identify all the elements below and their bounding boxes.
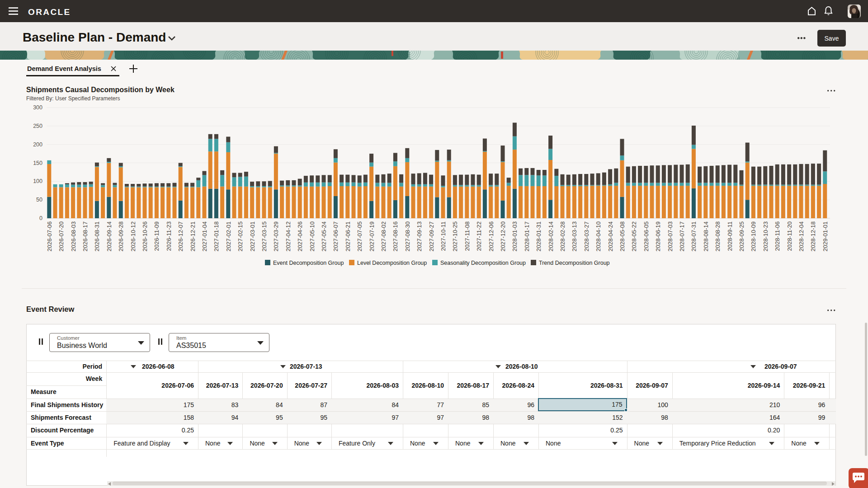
svg-text:2028-04-24: 2028-04-24 bbox=[607, 221, 614, 252]
svg-text:2028-03-27: 2028-03-27 bbox=[583, 221, 590, 252]
svg-text:2026-09-28: 2026-09-28 bbox=[118, 221, 124, 252]
svg-text:2027-05-10: 2027-05-10 bbox=[309, 221, 316, 252]
svg-text:2027-04-26: 2027-04-26 bbox=[297, 221, 303, 252]
svg-text:2027-06-07: 2027-06-07 bbox=[332, 221, 339, 252]
svg-text:2027-10-25: 2027-10-25 bbox=[452, 221, 458, 252]
svg-text:2026-12-07: 2026-12-07 bbox=[177, 221, 184, 252]
svg-text:200: 200 bbox=[33, 141, 42, 148]
svg-text:300: 300 bbox=[33, 104, 42, 111]
svg-text:0: 0 bbox=[39, 215, 42, 221]
svg-text:2027-09-13: 2027-09-13 bbox=[416, 221, 423, 252]
svg-text:2028-03-13: 2028-03-13 bbox=[571, 221, 578, 252]
svg-text:2028-12-04: 2028-12-04 bbox=[798, 221, 805, 252]
svg-text:2028-02-28: 2028-02-28 bbox=[559, 221, 566, 252]
svg-text:2027-11-08: 2027-11-08 bbox=[464, 221, 471, 251]
svg-text:2028-01-31: 2028-01-31 bbox=[535, 221, 542, 252]
svg-text:2027-04-12: 2027-04-12 bbox=[285, 221, 292, 252]
svg-text:Event Decomposition Group: Event Decomposition Group bbox=[273, 260, 344, 266]
svg-text:Level Decomposition Group: Level Decomposition Group bbox=[357, 260, 427, 266]
svg-text:2026-09-14: 2026-09-14 bbox=[106, 221, 113, 252]
svg-text:50: 50 bbox=[36, 197, 42, 203]
svg-text:2028-02-14: 2028-02-14 bbox=[547, 221, 554, 252]
svg-text:2027-12-20: 2027-12-20 bbox=[500, 221, 506, 252]
svg-text:2026-07-06: 2026-07-06 bbox=[46, 221, 53, 252]
svg-text:2028-09-11: 2028-09-11 bbox=[726, 221, 733, 251]
svg-text:2028-11-06: 2028-11-06 bbox=[774, 221, 781, 251]
svg-text:2026-10-12: 2026-10-12 bbox=[130, 221, 137, 252]
svg-text:2028-11-20: 2028-11-20 bbox=[786, 221, 793, 251]
svg-text:2027-01-04: 2027-01-04 bbox=[201, 221, 208, 252]
svg-text:2027-03-29: 2027-03-29 bbox=[273, 221, 279, 252]
svg-text:250: 250 bbox=[33, 123, 42, 129]
svg-text:2027-02-01: 2027-02-01 bbox=[225, 221, 232, 252]
svg-text:2027-07-05: 2027-07-05 bbox=[356, 221, 363, 252]
svg-text:2027-09-27: 2027-09-27 bbox=[428, 221, 435, 252]
svg-text:2027-12-06: 2027-12-06 bbox=[488, 221, 495, 252]
svg-text:2027-08-30: 2027-08-30 bbox=[404, 221, 411, 252]
svg-text:100: 100 bbox=[33, 178, 42, 184]
svg-text:2026-08-17: 2026-08-17 bbox=[82, 221, 89, 252]
svg-text:2028-10-09: 2028-10-09 bbox=[750, 221, 757, 252]
svg-text:2028-12-18: 2028-12-18 bbox=[810, 221, 816, 252]
svg-text:2027-11-22: 2027-11-22 bbox=[476, 221, 482, 251]
svg-text:2027-07-19: 2027-07-19 bbox=[368, 221, 375, 252]
svg-text:2027-01-18: 2027-01-18 bbox=[213, 221, 220, 252]
svg-text:2028-07-17: 2028-07-17 bbox=[679, 221, 685, 252]
svg-text:2027-10-11: 2027-10-11 bbox=[440, 221, 447, 251]
svg-text:2028-05-08: 2028-05-08 bbox=[619, 221, 626, 252]
svg-text:2026-12-21: 2026-12-21 bbox=[189, 221, 196, 252]
svg-text:2027-08-16: 2027-08-16 bbox=[392, 221, 399, 252]
svg-text:2027-03-01: 2027-03-01 bbox=[249, 221, 256, 252]
svg-text:150: 150 bbox=[33, 160, 42, 166]
svg-text:2027-08-02: 2027-08-02 bbox=[380, 221, 387, 252]
svg-text:2029-01-01: 2029-01-01 bbox=[822, 221, 829, 252]
svg-text:2028-10-23: 2028-10-23 bbox=[762, 221, 769, 252]
svg-text:2026-11-23: 2026-11-23 bbox=[165, 221, 172, 251]
svg-text:2028-01-03: 2028-01-03 bbox=[511, 221, 518, 252]
svg-text:2028-08-14: 2028-08-14 bbox=[703, 221, 709, 252]
svg-text:2027-03-15: 2027-03-15 bbox=[261, 221, 268, 252]
svg-text:2028-04-10: 2028-04-10 bbox=[595, 221, 602, 252]
svg-text:2028-06-19: 2028-06-19 bbox=[655, 221, 661, 252]
svg-text:2028-01-17: 2028-01-17 bbox=[524, 221, 530, 252]
svg-text:2027-05-24: 2027-05-24 bbox=[321, 221, 327, 252]
svg-text:2026-11-09: 2026-11-09 bbox=[153, 221, 160, 251]
svg-text:2028-06-05: 2028-06-05 bbox=[643, 221, 650, 252]
svg-text:2026-10-26: 2026-10-26 bbox=[142, 221, 148, 252]
svg-text:2026-07-20: 2026-07-20 bbox=[58, 221, 65, 252]
svg-text:Trend Decomposition Group: Trend Decomposition Group bbox=[539, 260, 610, 266]
svg-text:2028-07-31: 2028-07-31 bbox=[690, 221, 697, 252]
svg-text:2028-09-25: 2028-09-25 bbox=[738, 221, 745, 252]
svg-text:2026-08-03: 2026-08-03 bbox=[70, 221, 77, 252]
svg-text:2026-08-31: 2026-08-31 bbox=[94, 221, 100, 252]
svg-text:2028-07-03: 2028-07-03 bbox=[667, 221, 674, 252]
svg-text:2028-05-22: 2028-05-22 bbox=[631, 221, 637, 252]
svg-text:Seasonality Decomposition Grou: Seasonality Decomposition Group bbox=[440, 260, 526, 266]
svg-text:2027-06-21: 2027-06-21 bbox=[344, 221, 351, 252]
svg-text:2027-02-15: 2027-02-15 bbox=[237, 221, 244, 252]
svg-text:2028-08-28: 2028-08-28 bbox=[714, 221, 721, 252]
